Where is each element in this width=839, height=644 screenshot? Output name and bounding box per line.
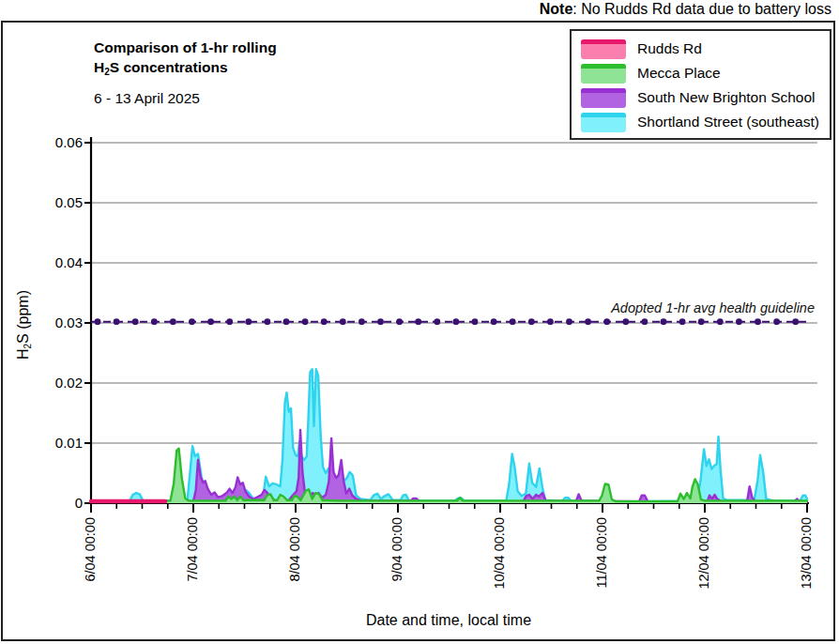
guideline-marker (717, 318, 724, 325)
guideline-marker (755, 318, 761, 325)
x-tick-label: 9/04 00:00 (389, 517, 405, 604)
guideline-marker (265, 318, 271, 325)
guideline-marker (453, 318, 460, 325)
guideline-marker (396, 318, 403, 325)
x-tick-label: 7/04 00:00 (185, 517, 201, 604)
guideline-marker (377, 318, 384, 325)
x-tick-label: 13/04 00:00 (799, 517, 815, 604)
x-tick-label: 10/04 00:00 (492, 517, 508, 604)
x-axis-title: Date and time, local time (261, 612, 636, 629)
y-tick-label: 0.05 (45, 194, 83, 211)
guideline-marker (792, 318, 799, 325)
x-tick-label: 6/04 00:00 (83, 517, 99, 604)
figure: Note: No Rudds Rd data due to battery lo… (0, 0, 839, 644)
guideline-marker (528, 318, 535, 325)
guideline-marker (283, 318, 290, 325)
guideline-marker (773, 318, 780, 325)
y-tick-label: 0.01 (45, 435, 83, 452)
y-tick-label: 0.02 (45, 375, 83, 391)
guideline-marker (434, 318, 440, 325)
guideline-marker (491, 318, 497, 325)
guideline-marker (698, 318, 705, 325)
x-tick-label: 8/04 00:00 (287, 517, 303, 604)
guideline-marker (114, 318, 120, 325)
guideline-marker (585, 318, 591, 325)
y-tick-label: 0 (45, 495, 83, 512)
guideline-marker (189, 318, 195, 325)
guideline-marker (547, 318, 554, 325)
y-tick-label: 0.06 (45, 134, 83, 151)
guideline-marker (302, 318, 309, 325)
y-tick-label: 0.03 (45, 314, 83, 331)
guideline-marker (207, 318, 214, 325)
guideline-marker (170, 318, 176, 325)
guideline-marker (510, 318, 516, 325)
guideline-marker (603, 318, 610, 325)
guideline-marker (642, 318, 648, 325)
guideline-marker (661, 318, 667, 325)
guideline-annotation: Adopted 1-hr avg health guideline (611, 300, 815, 315)
guideline-marker (226, 318, 233, 325)
guideline-marker (151, 318, 158, 325)
x-tick-label: 11/04 00:00 (594, 517, 610, 604)
guideline-marker (321, 318, 328, 325)
x-tick-label: 12/04 00:00 (696, 517, 712, 604)
y-tick-label: 0.04 (45, 254, 83, 271)
guideline-marker (340, 318, 346, 325)
guideline-marker (95, 318, 101, 325)
plot-canvas (0, 0, 839, 644)
guideline-marker (736, 318, 742, 325)
guideline-marker (679, 318, 686, 325)
guideline-marker (472, 318, 479, 325)
guideline-marker (132, 318, 139, 325)
guideline-marker (245, 318, 252, 325)
y-axis-title: H2S (ppm) (15, 264, 32, 386)
guideline-marker (622, 318, 629, 325)
guideline-marker (358, 318, 365, 325)
guideline-marker (566, 318, 572, 325)
guideline-marker (415, 318, 421, 325)
